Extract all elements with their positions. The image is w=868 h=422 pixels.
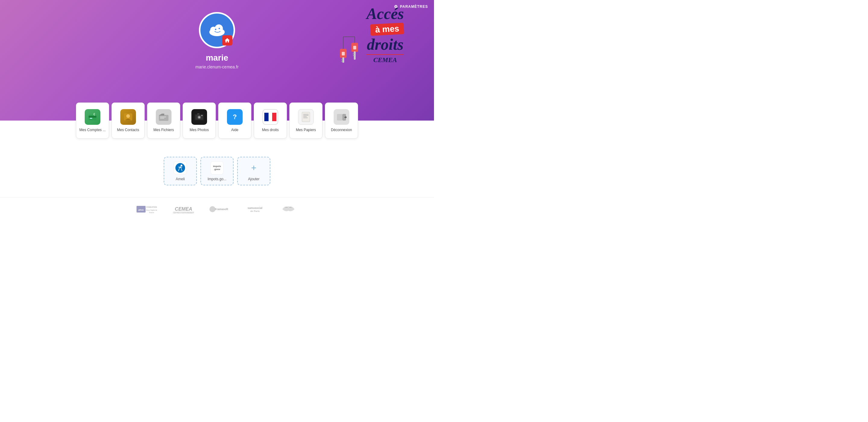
svg-rect-22 — [90, 118, 92, 119]
svg-rect-15 — [353, 53, 354, 54]
svg-rect-39 — [269, 113, 272, 121]
app-card-contacts[interactable]: Mes Contacts — [112, 102, 145, 139]
svg-rect-13 — [353, 46, 356, 50]
deconnexion-icon — [334, 109, 349, 125]
svg-point-35 — [201, 115, 203, 116]
svg-text:samusocial: samusocial — [247, 207, 262, 210]
svg-rect-38 — [264, 113, 269, 121]
impots-icon: impots.gouv — [210, 161, 224, 175]
quick-card-ameli[interactable]: Ameli — [164, 157, 197, 185]
svg-text:Sous l'égide de: Sous l'égide de — [146, 209, 157, 211]
user-email: marie.clenum-cemea.fr — [195, 64, 239, 69]
papiers-label: Mes Papiers — [296, 128, 316, 132]
svg-point-60 — [210, 206, 216, 212]
acces-line2: droits — [367, 37, 404, 53]
svg-rect-44 — [303, 116, 307, 117]
svg-text:afnic: afnic — [138, 209, 144, 211]
app-card-fichiers[interactable]: Mes Fichiers — [147, 102, 180, 139]
svg-rect-46 — [337, 114, 342, 121]
footer-logos: afnic FONDATION Sous l'égide de France C… — [0, 198, 434, 224]
svg-rect-27 — [160, 117, 166, 117]
deconnexion-label: Déconnexion — [331, 128, 352, 132]
logo-fondation-famille — [279, 204, 298, 215]
svg-rect-40 — [272, 113, 276, 121]
svg-rect-34 — [197, 113, 199, 115]
svg-text:FONDATION: FONDATION — [146, 206, 157, 208]
app-card-aide[interactable]: ? Aide — [218, 102, 251, 139]
quick-card-ajouter[interactable]: + Ajouter — [237, 157, 270, 185]
logo-framasoft: Framasoft — [207, 204, 230, 215]
logo-samusocial: samusocial de Paris — [241, 204, 269, 215]
photos-icon — [191, 109, 207, 125]
svg-text:Framasoft: Framasoft — [215, 208, 228, 211]
aide-label: Aide — [231, 128, 239, 132]
logo-afnic: afnic FONDATION Sous l'égide de France — [136, 204, 161, 215]
ameli-label: Ameli — [176, 177, 185, 181]
svg-text:de Paris: de Paris — [250, 210, 260, 212]
comptes-label: Mes Comptes ... — [79, 128, 105, 132]
user-name: marie — [206, 53, 228, 63]
app-section: € Mes Comptes ... Mes Contacts Mes Fichi… — [0, 121, 434, 224]
fichiers-label: Mes Fichiers — [153, 128, 174, 132]
svg-point-3 — [215, 29, 216, 30]
app-card-photos[interactable]: Mes Photos — [183, 102, 216, 139]
svg-text:?: ? — [233, 113, 237, 121]
avatar — [199, 12, 235, 48]
keys-illustration — [338, 34, 362, 64]
svg-text:CEMEA: CEMEA — [175, 207, 192, 212]
quick-card-impots[interactable]: impots.gouv Impots.go... — [200, 157, 234, 185]
svg-point-4 — [218, 28, 220, 29]
svg-point-51 — [181, 164, 182, 167]
acces-line1: Accés — [367, 6, 404, 22]
droits-icon — [262, 109, 278, 125]
acces-ames-label: à mes — [370, 23, 404, 36]
contacts-label: Mes Contacts — [117, 128, 139, 132]
impots-label: Impots.go... — [208, 177, 227, 181]
svg-rect-7 — [342, 52, 345, 56]
svg-rect-9 — [341, 59, 343, 60]
svg-point-25 — [126, 114, 130, 118]
svg-point-50 — [176, 163, 185, 173]
fichiers-icon — [156, 109, 172, 125]
aide-icon: ? — [227, 109, 243, 125]
app-grid: € Mes Comptes ... Mes Contacts Mes Fichi… — [76, 102, 358, 139]
app-card-droits[interactable]: Mes droits — [254, 102, 287, 139]
acces-droits-banner: Accés à mes droits CEMEA — [319, 6, 422, 64]
droits-label: Mes droits — [262, 128, 278, 132]
photos-label: Mes Photos — [190, 128, 209, 132]
app-card-papiers[interactable]: Mes Papiers — [289, 102, 322, 139]
svg-rect-21 — [89, 116, 96, 118]
svg-point-33 — [198, 117, 200, 118]
papiers-icon — [298, 109, 314, 125]
svg-rect-16 — [353, 55, 354, 56]
cloud-icon — [208, 24, 226, 37]
ajouter-label: Ajouter — [248, 177, 259, 181]
svg-rect-42 — [303, 114, 309, 115]
house-badge — [222, 35, 232, 46]
app-card-deconnexion[interactable]: Déconnexion — [325, 102, 358, 139]
svg-rect-43 — [303, 115, 309, 116]
acces-cemea-label: CEMEA — [367, 54, 404, 64]
quick-links: Ameli impots.gouv Impots.go... + Ajouter — [164, 157, 270, 185]
svg-text:CENTRES D'ENTRAÎNEMENT: CENTRES D'ENTRAÎNEMENT — [173, 212, 194, 214]
comptes-icon: € — [85, 109, 100, 125]
svg-text:€: € — [93, 113, 95, 116]
contacts-icon — [120, 109, 136, 125]
ameli-icon — [174, 161, 187, 175]
app-card-comptes[interactable]: € Mes Comptes ... — [76, 102, 109, 139]
svg-text:France: France — [149, 212, 154, 213]
svg-rect-45 — [303, 118, 308, 118]
ajouter-icon: + — [247, 161, 260, 175]
svg-rect-28 — [160, 118, 164, 118]
svg-rect-10 — [341, 61, 343, 62]
logo-cemea: CEMEA CENTRES D'ENTRAÎNEMENT — [172, 204, 195, 215]
